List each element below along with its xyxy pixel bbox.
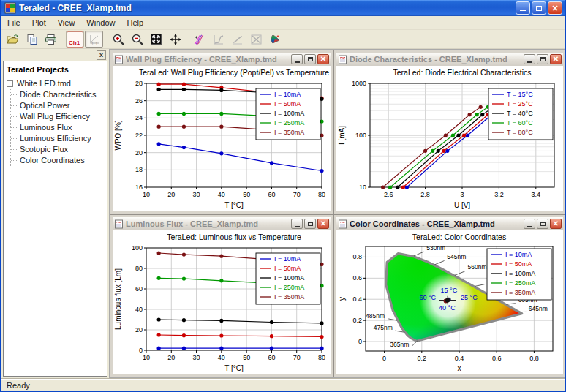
color-coordinates-titlebar[interactable]: Color Coordinates - CREE_Xlamp.tmd ✕ bbox=[336, 217, 563, 230]
svg-text:I = 350mA: I = 350mA bbox=[274, 129, 304, 136]
child-window-wall-plug-efficiency: Wall Plug Efficiency - CREE_Xlamp.tmd ✕ … bbox=[110, 50, 333, 214]
tree-item-color-coordinates[interactable]: Color Coordinates bbox=[11, 155, 105, 166]
wall-plug-titlebar[interactable]: Wall Plug Efficiency - CREE_Xlamp.tmd ✕ bbox=[113, 53, 331, 66]
svg-text:16: 16 bbox=[135, 184, 143, 191]
clear-plot-button[interactable] bbox=[247, 31, 265, 48]
wall-plug-maximize-button[interactable] bbox=[304, 54, 316, 64]
svg-text:0.8: 0.8 bbox=[352, 253, 362, 260]
svg-text:10: 10 bbox=[143, 191, 150, 198]
menu-view[interactable]: View bbox=[52, 17, 81, 29]
svg-text:I = 10mA: I = 10mA bbox=[274, 255, 301, 263]
zoom-in-button[interactable] bbox=[109, 31, 127, 48]
tree-item-wall-plug-efficiency[interactable]: Wall Plug Efficiency bbox=[11, 111, 105, 122]
svg-text:T = 80°C: T = 80°C bbox=[507, 129, 533, 136]
zoom-out-icon bbox=[131, 33, 144, 46]
svg-text:y: y bbox=[338, 297, 346, 301]
disabled-clear-icon bbox=[250, 34, 263, 45]
svg-text:1000: 1000 bbox=[352, 80, 366, 87]
curve-tool-2-button[interactable] bbox=[228, 31, 246, 48]
svg-text:80: 80 bbox=[318, 354, 325, 361]
zoom-extents-button[interactable] bbox=[147, 31, 165, 48]
color-coordinates-close-button[interactable]: ✕ bbox=[550, 219, 562, 229]
channel-label: -Ch1 bbox=[67, 31, 83, 48]
main-area: x Teraled Projects − White LED.tmd Diode… bbox=[1, 49, 565, 378]
svg-text:T = 15°C: T = 15°C bbox=[507, 91, 533, 98]
luminous-flux-close-button[interactable]: ✕ bbox=[317, 219, 329, 229]
luminous-flux-minimize-button[interactable] bbox=[291, 219, 303, 229]
svg-text:0: 0 bbox=[358, 338, 362, 345]
menu-file[interactable]: File bbox=[1, 17, 26, 29]
tree-item-optical-power[interactable]: Optical Power bbox=[11, 100, 105, 111]
color-coordinates-minimize-button[interactable] bbox=[524, 219, 535, 229]
svg-text:0: 0 bbox=[139, 347, 143, 354]
tree-root-label: White LED.tmd bbox=[17, 79, 71, 88]
color-coordinates-chart[interactable]: 530nm545nm560nm575nm605nm645nm485nm475nm… bbox=[336, 230, 563, 374]
copy-button[interactable] bbox=[23, 31, 41, 48]
svg-text:x: x bbox=[458, 364, 461, 372]
svg-text:I = 100mA: I = 100mA bbox=[274, 110, 304, 117]
pan-button[interactable] bbox=[166, 31, 184, 48]
luminous-flux-chart[interactable]: 1020304050607080020406080100TeraLed: Lum… bbox=[113, 230, 331, 374]
svg-text:40: 40 bbox=[218, 354, 225, 361]
svg-text:40: 40 bbox=[135, 306, 143, 313]
svg-text:20: 20 bbox=[135, 149, 143, 157]
luminous-flux-maximize-button[interactable] bbox=[304, 219, 316, 229]
maximize-button[interactable] bbox=[532, 1, 546, 15]
svg-text:10: 10 bbox=[359, 184, 366, 191]
color-coordinates-maximize-button[interactable] bbox=[537, 219, 548, 229]
app-titlebar[interactable]: Teraled - CREE_Xlamp.tmd ✕ bbox=[1, 0, 565, 16]
app-title: Teraled - CREE_Xlamp.tmd bbox=[19, 3, 514, 13]
svg-text:545nm: 545nm bbox=[447, 253, 466, 260]
status-text: Ready bbox=[7, 381, 30, 390]
svg-text:T = 25°C: T = 25°C bbox=[507, 100, 533, 108]
tree-item-diode-characteristics[interactable]: Diode Characteristics bbox=[11, 89, 105, 100]
minimize-button[interactable] bbox=[516, 1, 530, 15]
diode-titlebar[interactable]: Diode Characteristics - CREE_Xlamp.tmd ✕ bbox=[336, 53, 563, 66]
plot-curves-button[interactable] bbox=[190, 31, 208, 48]
tree-item-scotopic-flux[interactable]: Scotopic Flux bbox=[11, 144, 105, 155]
tree-root-node[interactable]: − White LED.tmd bbox=[5, 78, 105, 89]
zoom-extents-icon bbox=[150, 33, 162, 45]
svg-text:I = 100mA: I = 100mA bbox=[274, 274, 304, 282]
diode-minimize-button[interactable] bbox=[524, 54, 535, 64]
close-button[interactable]: ✕ bbox=[548, 1, 562, 15]
cie-diagram-button[interactable] bbox=[266, 31, 284, 48]
svg-text:15 °C: 15 °C bbox=[441, 287, 458, 294]
svg-text:60: 60 bbox=[268, 191, 275, 198]
tree-item-luminous-flux[interactable]: Luminous Flux bbox=[11, 122, 105, 133]
svg-text:60: 60 bbox=[268, 354, 275, 361]
collapse-expander-icon[interactable]: − bbox=[7, 80, 13, 87]
menu-help[interactable]: Help bbox=[121, 17, 149, 29]
wall-plug-efficiency-chart[interactable]: 102030405060708016182022242628TeraLed: W… bbox=[113, 66, 331, 211]
svg-text:0.6: 0.6 bbox=[492, 355, 502, 362]
child-window-diode-characteristics: Diode Characteristics - CREE_Xlamp.tmd ✕… bbox=[334, 50, 565, 214]
svg-text:20: 20 bbox=[167, 191, 175, 198]
svg-text:645nm: 645nm bbox=[529, 305, 548, 312]
menu-window[interactable]: Window bbox=[80, 17, 121, 29]
channel-toggle-button[interactable]: -Ch1 bbox=[66, 31, 84, 48]
diode-maximize-button[interactable] bbox=[537, 54, 548, 64]
tree-children: Diode Characteristics Optical Power Wall… bbox=[10, 89, 105, 166]
scale-settings-button[interactable]: 1, 1 bbox=[85, 31, 103, 48]
tree-item-luminous-efficiency[interactable]: Luminous Efficiency bbox=[11, 133, 105, 144]
diode-characteristics-chart[interactable]: 2.62.833.23.4101001000TeraLed: Diode Ele… bbox=[336, 66, 563, 211]
diode-close-button[interactable]: ✕ bbox=[550, 54, 562, 64]
menu-plot[interactable]: Plot bbox=[26, 17, 52, 29]
sidebar-close-button[interactable]: x bbox=[97, 50, 106, 60]
zoom-out-button[interactable] bbox=[128, 31, 146, 48]
svg-text:50: 50 bbox=[243, 191, 250, 198]
luminous-flux-window-title: Luminous Flux - CREE_Xlamp.tmd bbox=[126, 219, 290, 228]
svg-text:60: 60 bbox=[135, 285, 143, 293]
svg-text:I = 10mA: I = 10mA bbox=[505, 251, 532, 258]
curve-tool-1-button[interactable] bbox=[209, 31, 227, 48]
menubar: File Plot View Window Help bbox=[1, 16, 565, 30]
wall-plug-close-button[interactable]: ✕ bbox=[317, 54, 329, 64]
open-button[interactable] bbox=[4, 31, 22, 48]
wall-plug-minimize-button[interactable] bbox=[291, 54, 303, 64]
print-button[interactable] bbox=[42, 31, 60, 48]
svg-text:0.6: 0.6 bbox=[352, 274, 362, 282]
svg-text:WPO [%]: WPO [%] bbox=[114, 120, 122, 150]
scale-settings-icon: 1, 1 bbox=[88, 34, 100, 45]
open-folder-icon bbox=[7, 34, 19, 45]
luminous-flux-titlebar[interactable]: Luminous Flux - CREE_Xlamp.tmd ✕ bbox=[113, 217, 331, 230]
